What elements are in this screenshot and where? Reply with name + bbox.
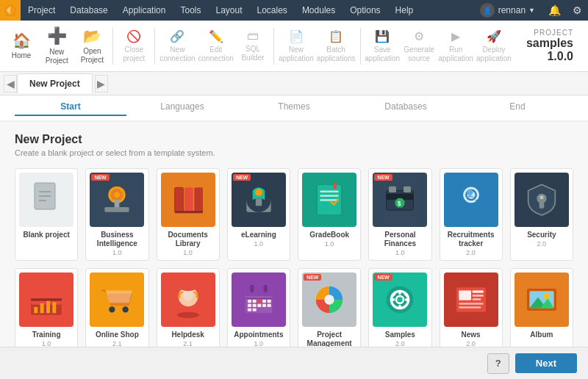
svg-rect-70 [248, 308, 251, 311]
template-project-management[interactable]: NEW Project Management 2.0 [298, 268, 361, 347]
toolbar-sql-builder[interactable]: 🗃 SQL Builder [235, 22, 270, 70]
project-info: PROJECT samples 1.0.0 [513, 29, 584, 63]
template-business-intelligence[interactable]: NEW Business Intelligence 1.0 [85, 168, 148, 261]
user-menu[interactable]: 👤 rennan ▼ [473, 3, 542, 18]
menu-layout[interactable]: Layout [208, 0, 249, 21]
new-project-icon: ➕ [47, 26, 67, 46]
template-blank[interactable]: Blank project [15, 168, 78, 261]
template-helpdesk[interactable]: Helpdesk 2.1 [157, 268, 220, 347]
user-dropdown-icon: ▼ [528, 7, 535, 14]
template-samples[interactable]: NEW Samples 2.0 [368, 268, 431, 347]
menu-tools[interactable]: Tools [173, 0, 208, 21]
menu-modules[interactable]: Modules [295, 0, 343, 21]
template-gradebook[interactable]: GradeBook 1.0 [298, 168, 361, 261]
finance-badge: NEW [374, 174, 392, 181]
svg-rect-69 [268, 304, 271, 307]
svg-rect-23 [320, 191, 339, 193]
news-icon-wrap [444, 272, 498, 327]
settings-icon[interactable]: ⚙ [567, 4, 588, 16]
bell-icon[interactable]: 🔔 [542, 4, 567, 16]
user-name: rennan [498, 5, 526, 15]
template-training[interactable]: Training 1.0 [15, 268, 78, 347]
deploy-application-icon: 🚀 [487, 29, 501, 43]
step-languages[interactable]: Languages [126, 101, 238, 115]
step-databases[interactable]: Databases [350, 101, 462, 115]
menu-options[interactable]: Options [343, 0, 387, 21]
svg-rect-45 [46, 300, 50, 313]
separator-1 [112, 28, 113, 65]
next-button[interactable]: Next [515, 353, 577, 373]
new-application-icon: 📄 [289, 29, 304, 43]
shop-icon-wrap [90, 272, 144, 327]
tab-nav-left[interactable]: ◀ [4, 75, 17, 93]
template-appointments[interactable]: Appointments 1.0 [227, 268, 290, 347]
svg-point-49 [123, 306, 129, 312]
svg-rect-66 [253, 304, 257, 307]
svg-point-9 [114, 192, 120, 198]
svg-rect-47 [31, 298, 62, 300]
samples-name: Samples [385, 331, 415, 339]
docs-name: Documents Library [161, 231, 215, 248]
toolbar-deploy-application[interactable]: 🚀 Deploy application [475, 22, 513, 70]
tab-new-project[interactable]: New Project [17, 73, 93, 93]
toolbar-open-project[interactable]: 📂 Open Project [74, 22, 110, 70]
step-start[interactable]: Start [15, 101, 126, 116]
separator-2 [154, 28, 155, 65]
template-news[interactable]: News 2.0 [440, 268, 503, 347]
toolbar-home[interactable]: 🏠 Home [4, 22, 39, 70]
toolbar-close-project[interactable]: 🚫 Close project [116, 22, 151, 70]
recruit-icon-wrap [444, 173, 498, 227]
menu-help[interactable]: Help [388, 0, 421, 21]
template-personal-finances[interactable]: NEW $ Personal Finances 1.0 [368, 168, 431, 261]
template-recruitments-tracker[interactable]: Recruitments tracker 2.0 [440, 168, 503, 261]
new-application-label: New application [279, 46, 314, 63]
toolbar-run-application[interactable]: ▶ Run application [437, 22, 475, 70]
toolbar-generate-source[interactable]: ⚙ Generate source [401, 22, 437, 70]
generate-source-label: Generate source [403, 46, 435, 63]
menu-project[interactable]: Project [21, 0, 62, 21]
home-icon: 🏠 [12, 32, 31, 49]
toolbar-batch-applications[interactable]: 📋 Batch applications [315, 22, 357, 70]
toolbar-edit-connection[interactable]: ✏️ Edit connection [197, 22, 235, 70]
menu-database[interactable]: Database [62, 0, 115, 21]
run-application-label: Run application [438, 46, 473, 63]
grade-icon-wrap [302, 173, 356, 227]
svg-point-48 [110, 306, 115, 312]
tab-bar: ◀ New Project ▶ [0, 72, 588, 95]
svg-rect-58 [264, 285, 268, 292]
new-project-label: New Project [40, 48, 73, 65]
toolbar-new-project[interactable]: ➕ New Project [39, 22, 74, 70]
template-elearning[interactable]: NEW eLearning 1.0 [227, 168, 290, 261]
toolbar-save-application[interactable]: 💾 Save application [363, 22, 401, 70]
template-online-shop[interactable]: Online Shop 2.1 [85, 268, 148, 347]
bi-name: Business Intelligence [90, 231, 144, 248]
menu-application[interactable]: Application [115, 0, 173, 21]
docs-version: 1.0 [183, 249, 193, 256]
svg-point-40 [539, 195, 543, 199]
save-application-icon: 💾 [375, 29, 390, 43]
template-grid-row2: Training 1.0 Online Shop 2.1 [15, 268, 573, 347]
generate-source-icon: ⚙ [414, 29, 424, 43]
tab-nav-right[interactable]: ▶ [95, 75, 108, 93]
elearn-badge: NEW [233, 174, 251, 181]
svg-point-54 [179, 284, 196, 291]
help-button[interactable]: ? [487, 353, 509, 374]
separator-3 [273, 28, 274, 65]
svg-point-73 [324, 295, 334, 304]
step-end[interactable]: End [462, 101, 573, 115]
toolbar-new-application[interactable]: 📄 New application [277, 22, 315, 70]
template-album[interactable]: Album [510, 268, 573, 347]
template-security[interactable]: Security 2.0 [510, 168, 573, 261]
menu-locales[interactable]: Locales [250, 0, 295, 21]
menu-bar: Project Database Application Tools Layou… [0, 0, 588, 21]
svg-rect-10 [105, 207, 129, 212]
training-name: Training [32, 331, 61, 339]
template-documents-library[interactable]: Documents Library 1.0 [157, 168, 220, 261]
svg-rect-15 [194, 187, 203, 212]
toolbar-new-connection[interactable]: 🔗 New connection [158, 22, 196, 70]
step-themes[interactable]: Themes [238, 101, 350, 115]
app-logo [0, 0, 21, 21]
svg-rect-79 [390, 298, 395, 300]
appt-version: 1.0 [254, 340, 264, 347]
new-connection-icon: 🔗 [170, 29, 184, 43]
